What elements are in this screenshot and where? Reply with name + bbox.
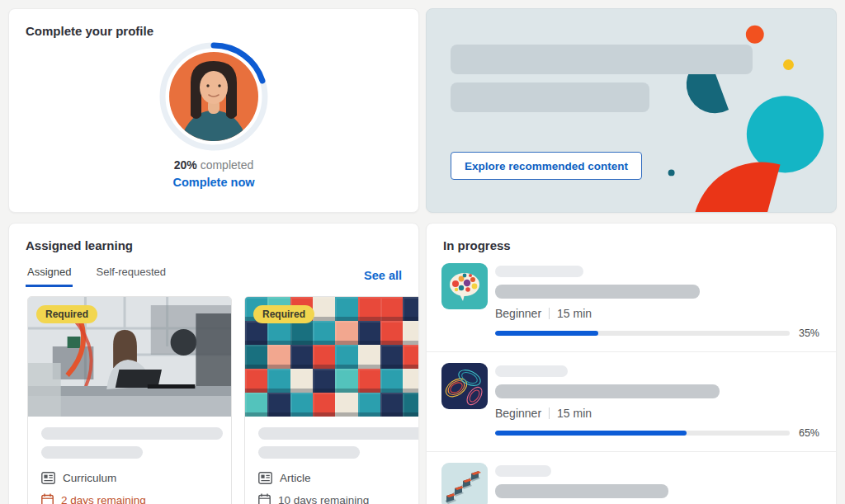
completion-percent: 20%: [174, 158, 197, 172]
item-subtitle-placeholder: [495, 484, 668, 498]
profile-card-title: Complete your profile: [26, 24, 402, 38]
item-duration: 15 min: [557, 407, 592, 420]
in-progress-row[interactable]: Beginner 15 min 90%: [427, 451, 836, 504]
explore-recommended-button[interactable]: Explore recommended content: [451, 152, 642, 180]
item-level: Beginner: [495, 407, 541, 420]
course-due-label: 10 days remaining: [278, 494, 369, 504]
curriculum-icon: [41, 472, 55, 484]
course-thumbnail-brain[interactable]: [441, 263, 488, 309]
course-type-label: Article: [280, 472, 311, 484]
progress-percent-label: 35%: [790, 327, 819, 339]
item-subtitle-placeholder: [495, 384, 720, 398]
course-image-lab: Required: [28, 297, 231, 417]
progress-percent-label: 65%: [790, 427, 819, 439]
course-card-curriculum[interactable]: Required Curriculum: [27, 296, 232, 504]
avatar: [169, 52, 258, 141]
required-badge: Required: [36, 305, 97, 323]
course-subtitle-placeholder: [41, 446, 143, 459]
banner-placeholder-line-1: [451, 45, 753, 74]
progress-track: [495, 331, 790, 336]
in-progress-card: In progress: [426, 223, 837, 504]
assigned-learning-title: Assigned learning: [26, 238, 402, 252]
in-progress-row[interactable]: Beginner 15 min 65%: [427, 351, 836, 451]
course-due-label: 2 days remaining: [61, 494, 146, 504]
item-title-placeholder: [495, 266, 583, 277]
item-subtitle-placeholder: [495, 285, 700, 299]
assigned-learning-card: Assigned learning Assigned Self-requeste…: [8, 223, 419, 504]
course-title-placeholder: [258, 427, 419, 440]
banner-placeholder-line-2: [451, 82, 649, 112]
course-subtitle-placeholder: [258, 446, 360, 459]
profile-completion-card: Complete your profile: [8, 8, 419, 213]
completion-label: completed: [201, 158, 254, 172]
course-thumbnail-spirograph[interactable]: [441, 363, 488, 409]
article-icon: [258, 472, 272, 484]
item-duration: 15 min: [557, 307, 592, 320]
calendar-icon: [41, 493, 54, 504]
meta-divider: [549, 308, 550, 319]
item-level: Beginner: [495, 307, 541, 320]
progress-fill: [495, 331, 598, 336]
assigned-tabs: Assigned Self-requested: [26, 261, 168, 287]
item-title-placeholder: [495, 365, 568, 377]
dashboard-page: Complete your profile: [0, 0, 845, 504]
course-image-blocks: Required: [245, 297, 419, 417]
assigned-courses-row: Required Curriculum: [9, 296, 419, 504]
course-type-label: Curriculum: [63, 472, 116, 484]
progress-track: [495, 431, 790, 436]
in-progress-title: In progress: [443, 238, 819, 252]
in-progress-row[interactable]: Beginner 15 min 35%: [427, 252, 836, 351]
see-all-link[interactable]: See all: [364, 269, 402, 287]
course-card-article[interactable]: Required Article: [244, 296, 419, 504]
course-thumbnail-stairs[interactable]: [441, 463, 488, 504]
progress-fill: [495, 431, 687, 436]
complete-now-link[interactable]: Complete now: [172, 176, 254, 189]
completion-status: 20% completed: [174, 158, 254, 172]
tab-self-requested[interactable]: Self-requested: [94, 261, 168, 287]
tab-assigned[interactable]: Assigned: [26, 261, 73, 287]
item-title-placeholder: [495, 465, 551, 477]
meta-divider: [549, 407, 550, 419]
course-title-placeholder: [41, 427, 223, 440]
required-badge: Required: [253, 305, 314, 323]
calendar-icon: [258, 493, 271, 504]
profile-progress-ring: [157, 40, 271, 153]
recommended-content-banner: Explore recommended content: [426, 8, 837, 213]
